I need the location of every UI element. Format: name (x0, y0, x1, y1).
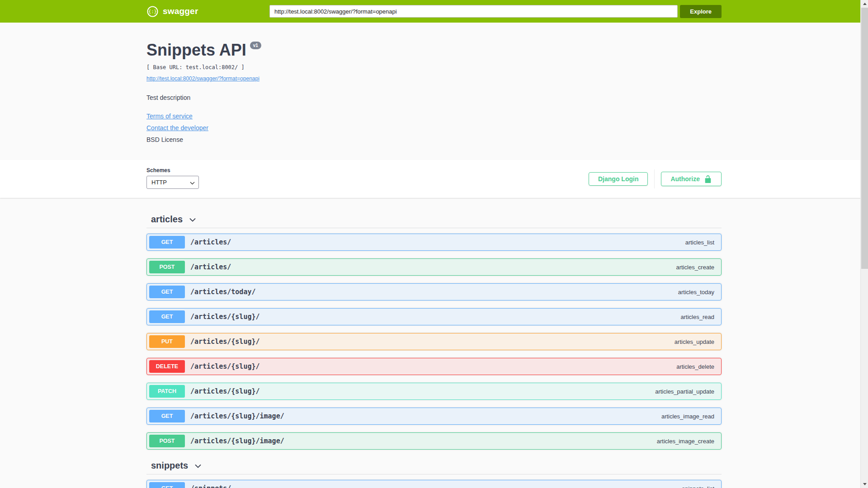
topbar: {:} swagger Explore (0, 0, 868, 23)
method-badge: GET (149, 286, 185, 298)
operation-path: /articles/{slug}/ (190, 362, 260, 371)
operation-row[interactable]: POST /articles/{slug}/image/ articles_im… (146, 432, 722, 450)
operation-path: /articles/ (190, 263, 231, 271)
spec-link[interactable]: http://test.local:8002/swagger/?format=o… (146, 75, 259, 82)
operation-path: /articles/{slug}/ (190, 338, 260, 346)
spec-url-form: Explore (269, 5, 722, 18)
operation-row[interactable]: GET /snippets/ snippets_list (146, 480, 722, 488)
operation-path: /articles/{slug}/ (190, 313, 260, 321)
method-badge: DELETE (149, 360, 185, 373)
explore-button[interactable]: Explore (680, 5, 722, 18)
method-badge: POST (149, 261, 185, 273)
contact-developer-link[interactable]: Contact the developer (146, 124, 722, 132)
operation-path: /articles/ (190, 238, 231, 246)
method-badge: GET (149, 236, 185, 249)
svg-text:{:}: {:} (148, 9, 156, 14)
chevron-down-icon (188, 216, 197, 225)
operation-path: /articles/{slug}/ (190, 387, 260, 395)
operation-row[interactable]: DELETE /articles/{slug}/ articles_delete (146, 358, 722, 375)
schemes-block: Schemes HTTP (146, 167, 199, 189)
method-badge: GET (149, 410, 185, 422)
method-badge: GET (149, 482, 185, 488)
operations-list: GET /snippets/ snippets_list (146, 480, 722, 488)
version-badge: v1 (250, 42, 261, 49)
method-badge: GET (149, 310, 185, 323)
auth-divider (654, 169, 655, 188)
scheme-container: Schemes HTTP Django Login Authorize (0, 160, 868, 198)
operation-row[interactable]: POST /articles/ articles_create (146, 258, 722, 276)
operation-path: /articles/{slug}/image/ (190, 437, 284, 445)
django-login-button[interactable]: Django Login (589, 172, 648, 186)
operation-row[interactable]: GET /articles/today/ articles_today (146, 283, 722, 300)
operation-path: /articles/today/ (190, 288, 256, 296)
operation-id: articles_create (676, 264, 714, 271)
scrollbar-thumb[interactable] (861, 8, 868, 269)
auth-wrapper: Django Login Authorize (589, 169, 722, 188)
operation-id: articles_delete (676, 363, 714, 370)
method-badge: PATCH (149, 385, 185, 398)
operation-path: /snippets/ (190, 484, 231, 488)
tag-header[interactable]: articles (146, 214, 722, 228)
license-text: BSD License (146, 136, 722, 144)
tag-header[interactable]: snippets (146, 460, 722, 474)
scrollbar[interactable] (860, 0, 868, 488)
tag-section: snippets GET /snippets/ snippets_list (146, 460, 722, 488)
operation-id: articles_image_create (657, 438, 714, 445)
operation-path: /articles/{slug}/image/ (190, 412, 284, 420)
operation-id: articles_read (681, 314, 714, 320)
operation-row[interactable]: PUT /articles/{slug}/ articles_update (146, 333, 722, 350)
scheme-select[interactable]: HTTP (146, 176, 199, 189)
operations-root: articles GET /articles/ articles_list PO… (146, 198, 722, 488)
operation-id: articles_update (675, 338, 714, 345)
tag-section: articles GET /articles/ articles_list PO… (146, 214, 722, 450)
method-badge: PUT (149, 335, 185, 348)
terms-of-service-link[interactable]: Terms of service (146, 113, 722, 120)
base-url: [ Base URL: test.local:8002/ ] (146, 64, 722, 70)
swagger-logo-link[interactable]: {:} swagger (146, 5, 269, 18)
scrollbar-up-arrow[interactable] (861, 0, 868, 8)
operation-row[interactable]: GET /articles/{slug}/image/ articles_ima… (146, 408, 722, 425)
information-container: Snippets APIv1 [ Base URL: test.local:80… (146, 23, 722, 160)
scrollbar-down-arrow[interactable] (861, 480, 868, 488)
api-description: Test description (146, 94, 722, 102)
operations-list: GET /articles/ articles_list POST /artic… (146, 234, 722, 450)
swagger-logo-text: swagger (163, 6, 198, 16)
api-title: Snippets API (146, 41, 246, 59)
operation-id: articles_image_read (661, 413, 714, 420)
tag-label: snippets (151, 460, 188, 471)
operation-id: articles_list (685, 239, 714, 246)
authorize-button[interactable]: Authorize (661, 172, 722, 186)
swagger-logo-icon: {:} (146, 5, 159, 18)
operation-id: snippets_list (682, 485, 714, 488)
tag-label: articles (151, 214, 183, 225)
schemes-label: Schemes (146, 167, 199, 174)
method-badge: POST (149, 435, 185, 447)
page-title: Snippets APIv1 (146, 41, 722, 60)
authorize-label: Authorize (670, 175, 700, 183)
operation-id: articles_partial_update (655, 388, 714, 395)
operation-id: articles_today (678, 289, 714, 296)
unlock-icon (704, 175, 712, 183)
chevron-down-icon (193, 462, 203, 471)
spec-url-input[interactable] (269, 5, 678, 18)
operation-row[interactable]: GET /articles/ articles_list (146, 234, 722, 251)
operation-row[interactable]: GET /articles/{slug}/ articles_read (146, 308, 722, 325)
operation-row[interactable]: PATCH /articles/{slug}/ articles_partial… (146, 383, 722, 400)
django-login-label: Django Login (598, 175, 638, 183)
